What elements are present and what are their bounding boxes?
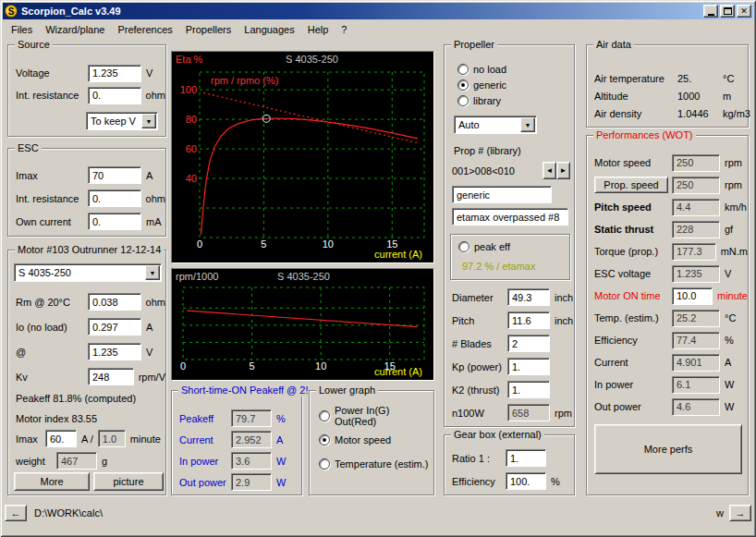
io-no-load-label: Io (no load) [16,322,88,333]
own-current-unit: mA [146,216,162,227]
own-current-value[interactable]: 0. [88,213,141,230]
voltage-value[interactable]: 1.235 [88,65,141,82]
motor-imax-value[interactable]: 60. [45,430,77,447]
svg-text:40: 40 [186,173,197,184]
motor-group: Motor #103 Outrunner 12-12-14 S 4035-250… [7,250,166,495]
torque-prop-label: Torque (prop.) [594,246,672,257]
svg-text:5: 5 [261,238,266,250]
maximize-button[interactable] [720,5,735,18]
rm-20-c-value[interactable]: 0.038 [88,293,141,311]
kp-power-value[interactable]: 1. [507,358,550,375]
motor-on-time-value[interactable]: 10.0 [672,287,713,305]
pitch-speed-label: Pitch speed [594,201,672,213]
efficiency-unit: % [725,335,734,346]
imax-value[interactable]: 70 [88,166,141,184]
short-time-group-title: Short-time-ON Peakeff @ 2! [178,384,311,397]
int-resistance-row: Int. resistance0.ohm [8,84,165,106]
radio-peak-eff[interactable]: peak eff [458,241,510,252]
kv-row: Kv248rpm/V [8,364,165,389]
air-density-value: 1.0446 [677,108,718,119]
int-resistance-value[interactable]: 0. [88,87,141,104]
radio-motor-speed[interactable]: Motor speed [319,428,433,452]
picture-button[interactable]: picture [93,472,164,491]
kv-value[interactable]: 248 [88,368,134,385]
radio-power-in-g-out-red[interactable]: Power In(G) Out(Red) [319,404,433,428]
prop-speed-button[interactable]: Prop. speed [594,177,668,193]
int-resistance-label: Int. resistance [16,193,88,204]
scroll-left-button[interactable]: ← [5,505,27,521]
pitch-value[interactable]: 11.6 [507,311,550,329]
prop-name-input[interactable]: generic [452,186,552,203]
gear-box-rows: Ratio 1 :1.Efficiency100.% [445,446,574,493]
prop-next-button[interactable]: ► [556,162,570,179]
int-resistance-value[interactable]: 0. [88,189,141,207]
io-no-load-value[interactable]: 0.297 [88,318,141,336]
scroll-right-button[interactable]: → [729,505,751,521]
altitude-value: 1000 [677,91,718,102]
out-power-unit: W [276,477,286,488]
more-button[interactable]: More [14,472,90,491]
titlebar[interactable]: S Scorpion_Calc v3.49 ✕ [3,3,753,19]
radio-generic[interactable]: generic [457,77,506,92]
menu-preferences[interactable]: Preferences [111,22,178,37]
motor-model-select[interactable]: S 4035-250 ▼ [14,263,162,282]
more-perfs-button[interactable]: More perfs [594,424,742,474]
air-density-label: Air density [594,108,677,119]
menu-propellers[interactable]: Propellers [179,22,238,37]
motor-speed-unit: rpm [725,157,742,168]
app-window: S Scorpion_Calc v3.49 ✕ Files Wizard/pla… [0,0,756,537]
lower-graph-group: Lower graph Power In(G) Out(Red)Motor sp… [309,390,434,495]
close-button[interactable]: ✕ [737,5,751,18]
prop-prev-button[interactable]: ◄ [543,162,556,179]
minimize-button[interactable] [703,5,718,18]
k2-thrust-value[interactable]: 1. [507,381,550,398]
radio-library[interactable]: library [457,92,506,108]
ratio-1-value[interactable]: 1. [506,449,546,467]
diameter-value[interactable]: 49.3 [507,288,550,306]
out-power-row: Out power4.6W [587,396,748,418]
source-mode-select[interactable]: To keep V ▼ [86,112,158,130]
menu-languages[interactable]: Languages [238,22,300,37]
efficiency-label: Efficiency [452,476,506,487]
prop-speed-row: Prop. speed250rpm [587,174,748,196]
efficiency-value[interactable]: 100. [506,472,546,490]
prop-auto-select[interactable]: Auto ▼ [454,116,537,134]
pitch-unit: inch [555,315,573,326]
radio-temperature-estim[interactable]: Temperature (estim.) [319,452,433,476]
prop-lib-label: Prop # (library) [454,145,521,156]
esc-voltage-row: ESC voltage1.235V [587,262,748,285]
ratio-1-label: Ratio 1 : [452,453,506,464]
diameter-label: Diameter [452,292,507,303]
in-power-unit: W [725,379,734,390]
int-resistance-unit: ohm [146,90,165,101]
current-row: Current4.901A [587,351,748,373]
prop-status-input[interactable]: etamax overpassed #8 [452,208,568,226]
propeller-group: Propeller no loadgenericlibrary Auto ▼ P… [444,44,575,427]
int-resistance-row: Int. resistance0.ohm [8,187,165,210]
menu-question[interactable]: ? [335,22,353,37]
altitude-row: Altitude1000m [587,87,748,104]
kp-power-row: Kp (power)1. [445,355,574,378]
maximize-icon [724,7,732,15]
radio-icon [319,410,330,421]
own-current-label: Own current [16,216,88,227]
temp-estim-value: 25.2 [672,310,720,327]
svg-text:rpm / rpmo (%): rpm / rpmo (%) [211,75,278,86]
item-value[interactable]: 1.235 [88,343,141,360]
svg-text:current (A): current (A) [374,366,422,377]
prop-speed-unit: rpm [725,179,742,190]
gear-box-group: Gear box (external) Ratio 1 :1.Efficienc… [444,434,575,495]
radio-label: Motor speed [335,434,391,445]
svg-text:0: 0 [197,238,202,250]
app-icon: S [5,5,18,18]
out-power-row: Out power2.9W [172,471,301,493]
statusbar: ← D:\WORK\calc\ w → [5,504,751,522]
radio-icon [457,95,469,106]
menu-help[interactable]: Help [301,22,335,37]
menu-files[interactable]: Files [5,22,39,37]
menu-wizard-plane[interactable]: Wizard/plane [39,22,111,37]
radio-no-load[interactable]: no load [457,61,506,77]
blades-value[interactable]: 2 [507,335,550,352]
prop-speed-value: 250 [672,177,720,194]
diameter-unit: inch [555,292,573,303]
